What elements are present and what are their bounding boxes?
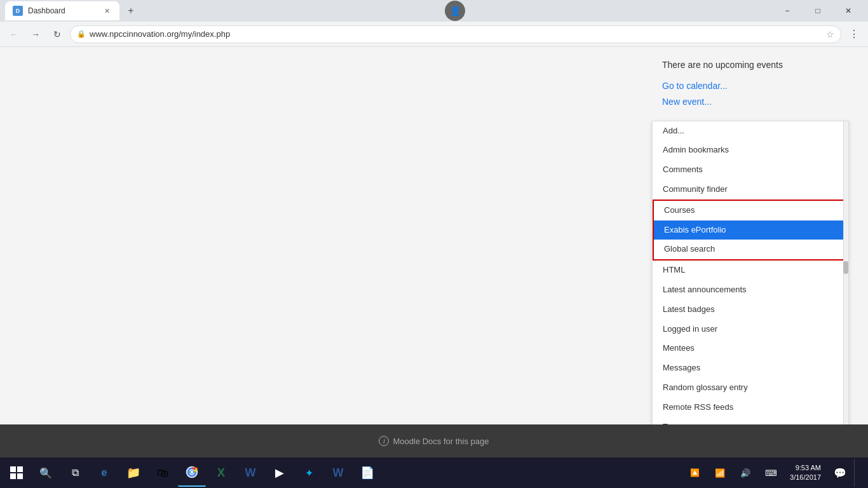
maximize-button[interactable]: □: [803, 0, 832, 22]
secure-lock-icon: 🔒: [77, 30, 86, 38]
block-selector-dropdown: Add... Admin bookmarks Comments Communit…: [652, 121, 849, 424]
address-bar: ← → ↻ 🔒 www.npccinnovation.org/my/index.…: [0, 22, 868, 47]
clock-date: 3/16/2017: [790, 473, 821, 482]
scrollbar-track[interactable]: [843, 121, 848, 424]
taskbar: 🔍 ⧉ e 📁 🛍 X W ▶ ✦ W 📄 🔼 📶: [0, 458, 868, 488]
right-panel: There are no upcoming events Go to calen…: [652, 47, 849, 424]
windows-logo-icon: [10, 466, 23, 479]
close-button[interactable]: ✕: [834, 0, 863, 22]
taskbar-excel-icon[interactable]: X: [207, 459, 235, 487]
dropdown-item-community-finder[interactable]: Community finder: [653, 180, 848, 200]
url-text: www.npccinnovation.org/my/index.php: [90, 29, 822, 39]
taskbar-task-view-button[interactable]: ⧉: [61, 459, 89, 487]
browser-tab[interactable]: D Dashboard ✕: [5, 1, 119, 20]
url-bar[interactable]: 🔒 www.npccinnovation.org/my/index.php ☆: [70, 25, 841, 43]
footer-moodle-docs-link[interactable]: Moodle Docs for this page: [393, 437, 489, 446]
user-profile-icon[interactable]: 👤: [445, 1, 465, 21]
dropdown-item-add[interactable]: Add...: [653, 121, 848, 141]
go-to-calendar-link[interactable]: Go to calendar...: [662, 78, 839, 94]
no-events-text: There are no upcoming events: [662, 57, 839, 73]
scrollbar-thumb[interactable]: [843, 261, 848, 274]
taskbar-word-icon[interactable]: W: [236, 459, 264, 487]
dropdown-item-latest-announcements[interactable]: Latest announcements: [653, 280, 848, 300]
dropdown-item-remote-rss-feeds[interactable]: Remote RSS feeds: [653, 398, 848, 417]
tab-favicon: D: [13, 6, 23, 16]
taskbar-chrome-icon[interactable]: [178, 459, 206, 487]
dropdown-item-exabis-eportfolio[interactable]: Exabis ePortfolio: [654, 220, 847, 240]
dropdown-item-comments[interactable]: Comments: [653, 160, 848, 180]
dropdown-item-tags[interactable]: Tags: [653, 417, 848, 424]
taskbar-edge-icon[interactable]: e: [90, 459, 118, 487]
tray-keyboard-icon[interactable]: ⌨: [759, 459, 782, 487]
svg-point-3: [191, 471, 193, 473]
bookmark-star-icon[interactable]: ☆: [826, 29, 834, 39]
notification-center-icon[interactable]: 💬: [829, 459, 851, 487]
start-button[interactable]: [3, 459, 31, 487]
system-clock[interactable]: 9:53 AM 3/16/2017: [785, 463, 826, 483]
taskbar-system-tray: 🔼 📶 🔊 ⌨ 9:53 AM 3/16/2017 💬: [683, 459, 865, 487]
tray-volume-icon[interactable]: 🔊: [734, 459, 757, 487]
tab-close-button[interactable]: ✕: [102, 6, 112, 16]
clock-time: 9:53 AM: [790, 463, 821, 473]
title-bar: D Dashboard ✕ + 👤 − □ ✕: [0, 0, 868, 22]
refresh-button[interactable]: ↻: [48, 25, 66, 43]
browser-frame: D Dashboard ✕ + 👤 − □ ✕ ← → ↻ 🔒 www.npcc…: [0, 0, 868, 488]
taskbar-store-icon[interactable]: 🛍: [149, 459, 177, 487]
dropdown-item-latest-badges[interactable]: Latest badges: [653, 300, 848, 320]
dropdown-item-logged-in-user[interactable]: Logged in user: [653, 320, 848, 339]
dropdown-item-random-glossary-entry[interactable]: Random glossary entry: [653, 378, 848, 398]
taskbar-media-player-icon[interactable]: ▶: [266, 459, 294, 487]
dropdown-item-courses[interactable]: Courses: [654, 201, 847, 220]
minimize-button[interactable]: −: [773, 0, 802, 22]
taskbar-app-icon-10[interactable]: ✦: [295, 459, 323, 487]
browser-menu-button[interactable]: ⋮: [845, 25, 863, 43]
dropdown-item-mentees[interactable]: Mentees: [653, 339, 848, 358]
forward-button[interactable]: →: [27, 25, 44, 43]
tray-expand-icon[interactable]: 🔼: [683, 459, 706, 487]
taskbar-pdf-icon[interactable]: 📄: [353, 459, 381, 487]
new-tab-button[interactable]: +: [122, 2, 140, 20]
tray-network-icon[interactable]: 📶: [709, 459, 731, 487]
dropdown-item-admin-bookmarks[interactable]: Admin bookmarks: [653, 140, 848, 160]
footer-info-icon: i: [379, 436, 389, 446]
dropdown-item-global-search[interactable]: Global search: [654, 240, 847, 259]
tab-label: Dashboard: [28, 6, 65, 15]
events-section: There are no upcoming events Go to calen…: [652, 57, 849, 121]
new-event-link[interactable]: New event...: [662, 94, 839, 110]
dropdown-item-messages[interactable]: Messages: [653, 358, 848, 378]
taskbar-file-explorer-icon[interactable]: 📁: [119, 459, 147, 487]
page-footer: i Moodle Docs for this page: [0, 424, 868, 458]
dropdown-item-html[interactable]: HTML: [653, 261, 848, 280]
window-controls: − □ ✕: [773, 0, 863, 22]
back-button[interactable]: ←: [5, 25, 23, 43]
show-desktop-button[interactable]: [854, 459, 860, 487]
taskbar-word2-icon[interactable]: W: [324, 459, 352, 487]
page-content: There are no upcoming events Go to calen…: [0, 47, 868, 424]
taskbar-search-button[interactable]: 🔍: [32, 459, 60, 487]
highlighted-section: Courses Exabis ePortfolio Global search: [653, 200, 848, 261]
